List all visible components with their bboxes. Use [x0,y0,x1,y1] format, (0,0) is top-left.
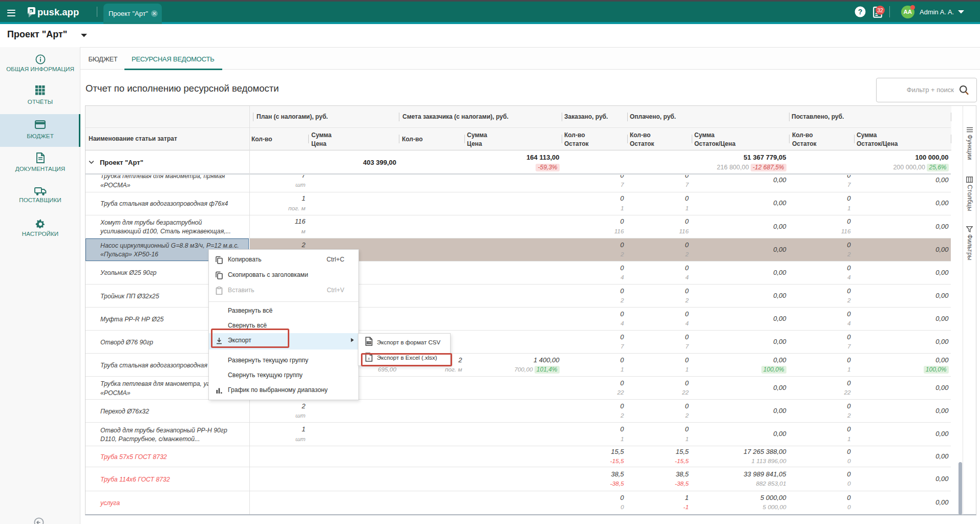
svg-text:?: ? [858,8,863,16]
svg-text:CSV: CSV [367,341,371,344]
